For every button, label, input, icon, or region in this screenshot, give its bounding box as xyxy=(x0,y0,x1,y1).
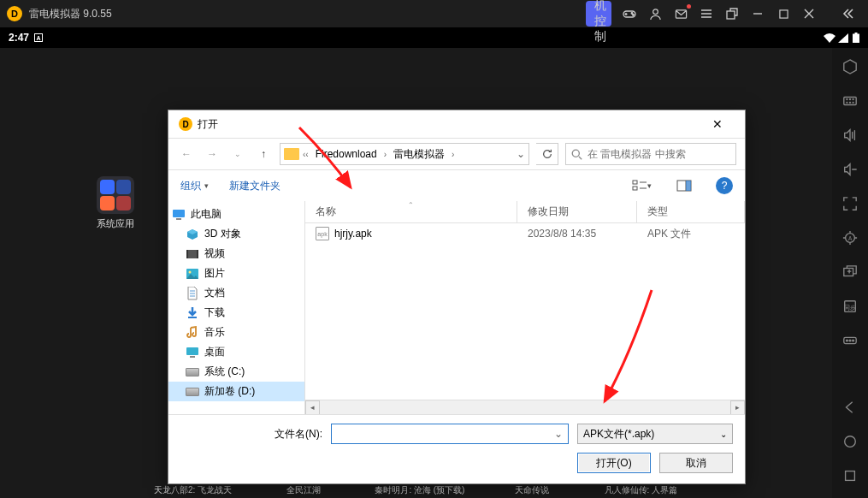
tree-item[interactable]: 音乐 xyxy=(168,323,304,342)
music-icon xyxy=(186,327,199,339)
chevron-icon: › xyxy=(450,150,456,159)
horizontal-scrollbar[interactable]: ◂▸ xyxy=(305,400,745,414)
status-badge-icon: A xyxy=(34,33,43,42)
svg-point-13 xyxy=(847,102,847,103)
volume-up-icon[interactable] xyxy=(840,125,860,145)
search-icon xyxy=(571,149,582,160)
emulator-screen: 系统应用 天龙八部2: 飞龙战天 全民江湖 秦时明月: 沧海 (预下载) 天命传… xyxy=(0,48,868,498)
android-status-bar: 2:47 A xyxy=(0,27,868,48)
file-type-filter[interactable]: APK文件(*.apk)⌄ xyxy=(577,424,733,444)
svg-point-15 xyxy=(853,102,853,103)
svg-point-24 xyxy=(853,340,854,341)
svg-point-1 xyxy=(631,13,633,15)
collapse-sidebar-icon[interactable] xyxy=(836,1,861,27)
tree-item-label: 下载 xyxy=(204,305,225,320)
svg-rect-8 xyxy=(855,33,858,34)
filename-dropdown-icon[interactable]: ⌄ xyxy=(554,428,563,440)
desktop-app-system[interactable]: 系统应用 xyxy=(86,176,145,230)
svg-point-2 xyxy=(633,15,635,16)
nav-recent-icon[interactable] xyxy=(840,465,860,486)
sync-icon[interactable]: 同步 xyxy=(840,296,860,317)
close-button[interactable] xyxy=(796,1,822,27)
desk-icon xyxy=(186,347,199,359)
drive-icon xyxy=(186,388,199,396)
app-folder-icon xyxy=(97,176,134,214)
svg-point-25 xyxy=(845,436,856,448)
organize-button[interactable]: 组织 ▾ xyxy=(180,179,209,193)
preview-pane-button[interactable] xyxy=(673,176,695,195)
locate-icon[interactable]: A xyxy=(840,228,860,248)
nav-recent-dropdown[interactable]: ⌄ xyxy=(228,145,247,163)
menu-icon[interactable] xyxy=(694,1,719,27)
nav-back-button[interactable]: ← xyxy=(177,145,196,163)
battery-icon xyxy=(853,33,859,43)
hexagon-icon[interactable] xyxy=(840,56,860,77)
open-button[interactable]: 打开(O) xyxy=(577,453,651,473)
emulator-sidebar: A 同步 xyxy=(832,48,868,498)
volume-down-icon[interactable] xyxy=(840,159,860,180)
nav-back-icon[interactable] xyxy=(840,397,860,418)
tree-item[interactable]: 新加卷 (D:) xyxy=(168,382,304,401)
tree-item[interactable]: 桌面 xyxy=(168,342,304,362)
tree-item[interactable]: 系统 (C:) xyxy=(168,362,304,382)
svg-text:同步: 同步 xyxy=(844,304,856,311)
chevron-icon[interactable]: ‹‹ xyxy=(301,150,310,159)
column-name[interactable]: ⌃名称 xyxy=(305,201,517,222)
popout-icon[interactable] xyxy=(719,1,745,27)
tree-item[interactable]: 此电脑 xyxy=(168,205,304,224)
dialog-toolbar: 组织 ▾ 新建文件夹 ▾ ? xyxy=(168,170,745,201)
tree-item[interactable]: 3D 对象 xyxy=(168,224,304,244)
multi-window-icon[interactable] xyxy=(840,262,860,282)
nav-up-button[interactable]: ↑ xyxy=(254,145,273,163)
file-row[interactable]: apkhjrjy.apk 2023/8/8 14:35 APK 文件 xyxy=(305,223,745,244)
filename-label: 文件名(N): xyxy=(180,427,322,442)
nav-forward-button[interactable]: → xyxy=(203,145,221,163)
fullscreen-icon[interactable] xyxy=(840,193,860,214)
svg-rect-31 xyxy=(686,181,691,191)
svg-rect-33 xyxy=(176,218,181,220)
tree-item-label: 新加卷 (D:) xyxy=(204,384,255,399)
tree-item[interactable]: 视频 xyxy=(168,244,304,264)
search-box[interactable] xyxy=(565,143,736,165)
help-button[interactable]: ? xyxy=(716,177,733,194)
svg-point-3 xyxy=(652,9,658,14)
svg-point-11 xyxy=(850,99,851,100)
status-time: 2:47 xyxy=(9,32,29,44)
dialog-close-button[interactable]: ✕ xyxy=(700,111,735,137)
minimize-button[interactable] xyxy=(745,1,771,27)
svg-rect-34 xyxy=(186,250,198,258)
view-mode-button[interactable]: ▾ xyxy=(630,176,652,195)
gamepad-icon[interactable] xyxy=(617,1,642,27)
file-type: APK 文件 xyxy=(637,227,701,241)
phone-control-button[interactable]: 手机控制 xyxy=(586,1,611,27)
svg-point-14 xyxy=(850,102,851,103)
svg-rect-39 xyxy=(186,347,198,355)
user-icon[interactable] xyxy=(642,1,668,27)
more-icon[interactable] xyxy=(840,330,860,351)
desktop-app-label: 系统应用 xyxy=(86,217,145,230)
svg-point-27 xyxy=(572,150,579,157)
keyboard-icon[interactable] xyxy=(840,91,860,111)
tree-item[interactable]: 文档 xyxy=(168,283,304,303)
drive-icon xyxy=(186,368,199,376)
tree-item-label: 3D 对象 xyxy=(204,227,241,241)
breadcrumb-item[interactable]: Firedownload xyxy=(312,148,381,160)
mail-icon[interactable] xyxy=(668,1,694,27)
cancel-button[interactable]: 取消 xyxy=(659,453,733,473)
tree-item[interactable]: 下载 xyxy=(168,303,304,323)
tree-item[interactable]: 图片 xyxy=(168,264,304,283)
refresh-button[interactable] xyxy=(536,143,558,165)
maximize-button[interactable] xyxy=(771,1,796,27)
new-folder-button[interactable]: 新建文件夹 xyxy=(229,179,280,193)
search-input[interactable] xyxy=(588,148,730,160)
nav-home-icon[interactable] xyxy=(840,431,860,452)
filename-input[interactable] xyxy=(337,428,554,440)
column-type[interactable]: 类型 xyxy=(637,201,745,222)
breadcrumb-dropdown[interactable]: ⌄ xyxy=(517,148,525,160)
svg-rect-9 xyxy=(844,98,856,105)
signal-icon xyxy=(838,33,848,43)
breadcrumb-item[interactable]: 雷电模拟器 xyxy=(390,147,448,162)
filename-combobox[interactable]: ⌄ xyxy=(331,424,569,444)
column-date[interactable]: 修改日期 xyxy=(517,201,637,222)
breadcrumb-bar[interactable]: ‹‹ Firedownload › 雷电模拟器 › ⌄ xyxy=(280,143,529,165)
